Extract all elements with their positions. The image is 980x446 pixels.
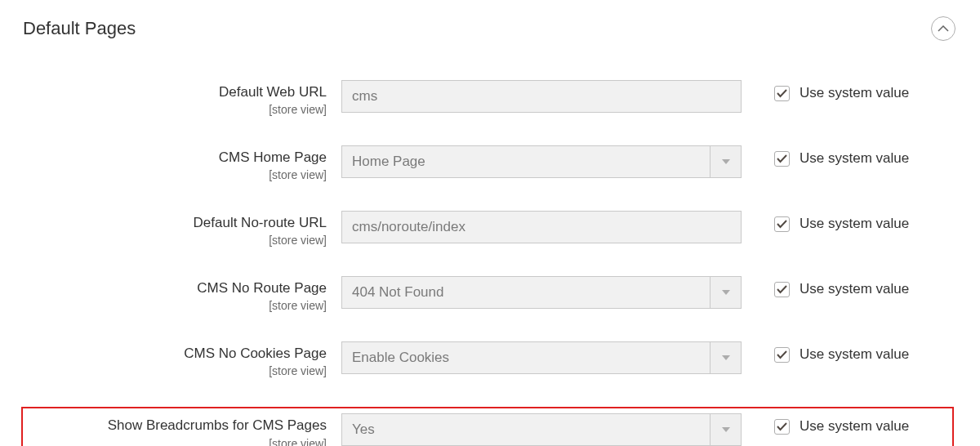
field-row-default-noroute-url: Default No-route URL[store view]Use syst… [23, 211, 956, 247]
field-row-cms-no-cookies-page: CMS No Cookies Page[store view]Enable Co… [23, 341, 956, 377]
use-system-value-label: Use system value [800, 418, 909, 435]
default-noroute-url-input[interactable] [341, 211, 742, 243]
field-label: CMS No Route Page [23, 279, 327, 297]
field-row-default-web-url: Default Web URL[store view]Use system va… [23, 80, 956, 116]
field-scope: [store view] [23, 168, 327, 181]
control-col: Enable Cookies [341, 341, 742, 374]
label-col: CMS No Route Page[store view] [23, 276, 341, 312]
field-label: Default No-route URL [23, 214, 327, 232]
use-system-value-label: Use system value [800, 216, 909, 232]
label-col: Default Web URL[store view] [23, 80, 341, 116]
control-col [341, 80, 742, 113]
field-label: Show Breadcrumbs for CMS Pages [23, 417, 327, 435]
field-row-cms-no-route-page: CMS No Route Page[store view]404 Not Fou… [23, 276, 956, 312]
chevron-down-icon [710, 277, 741, 308]
cms-home-page-select[interactable]: Home Page [341, 145, 742, 178]
field-label: Default Web URL [23, 83, 327, 101]
label-col: CMS No Cookies Page[store view] [23, 341, 341, 377]
field-row-cms-home-page: CMS Home Page[store view]Home PageUse sy… [23, 145, 956, 181]
chevron-down-icon [710, 146, 741, 177]
use-system-value-label: Use system value [800, 85, 909, 101]
field-label: CMS No Cookies Page [23, 345, 327, 363]
field-label: CMS Home Page [23, 149, 327, 167]
select-value: 404 Not Found [342, 277, 710, 308]
use-system-value-toggle[interactable]: Use system value [774, 281, 909, 297]
field-scope: [store view] [23, 364, 327, 377]
field-rows: Default Web URL[store view]Use system va… [23, 80, 956, 446]
control-col: 404 Not Found [341, 276, 742, 309]
svg-marker-2 [722, 355, 730, 360]
checkbox-icon [774, 347, 790, 363]
cms-no-cookies-page-select[interactable]: Enable Cookies [341, 341, 742, 374]
settings-section: Default Pages Default Web URL[store view… [0, 0, 980, 446]
use-system-value-col: Use system value [742, 341, 956, 363]
svg-marker-1 [722, 290, 730, 295]
select-value: Home Page [342, 146, 710, 177]
field-row-show-breadcrumbs: Show Breadcrumbs for CMS Pages[store vie… [21, 407, 954, 446]
checkbox-icon [774, 419, 790, 435]
section-header: Default Pages [23, 16, 956, 41]
select-value: Enable Cookies [342, 342, 710, 373]
chevron-up-icon [938, 25, 949, 32]
use-system-value-label: Use system value [800, 281, 909, 297]
select-value: Yes [342, 414, 710, 445]
use-system-value-col: Use system value [742, 276, 956, 297]
show-breadcrumbs-select[interactable]: Yes [341, 413, 742, 446]
use-system-value-toggle[interactable]: Use system value [774, 85, 909, 101]
svg-marker-3 [722, 427, 730, 432]
chevron-down-icon [710, 342, 741, 373]
section-title: Default Pages [23, 18, 136, 39]
field-scope: [store view] [23, 103, 327, 116]
collapse-toggle[interactable] [931, 16, 956, 41]
use-system-value-col: Use system value [742, 413, 951, 435]
use-system-value-label: Use system value [800, 150, 909, 167]
default-web-url-input[interactable] [341, 80, 742, 113]
control-col: Yes [341, 413, 742, 446]
checkbox-icon [774, 282, 790, 297]
control-col [341, 211, 742, 243]
use-system-value-label: Use system value [800, 346, 909, 363]
checkbox-icon [774, 216, 790, 232]
use-system-value-toggle[interactable]: Use system value [774, 346, 909, 363]
cms-no-route-page-select[interactable]: 404 Not Found [341, 276, 742, 309]
use-system-value-col: Use system value [742, 145, 956, 167]
svg-marker-0 [722, 159, 730, 164]
checkbox-icon [774, 86, 790, 101]
use-system-value-toggle[interactable]: Use system value [774, 216, 909, 232]
control-col: Home Page [341, 145, 742, 178]
use-system-value-col: Use system value [742, 80, 956, 101]
use-system-value-toggle[interactable]: Use system value [774, 150, 909, 167]
field-scope: [store view] [23, 437, 327, 446]
label-col: Default No-route URL[store view] [23, 211, 341, 247]
label-col: CMS Home Page[store view] [23, 145, 341, 181]
label-col: Show Breadcrumbs for CMS Pages[store vie… [23, 413, 341, 446]
checkbox-icon [774, 151, 790, 167]
use-system-value-toggle[interactable]: Use system value [774, 418, 909, 435]
use-system-value-col: Use system value [742, 211, 956, 232]
chevron-down-icon [710, 414, 741, 445]
field-scope: [store view] [23, 299, 327, 312]
field-scope: [store view] [23, 234, 327, 247]
